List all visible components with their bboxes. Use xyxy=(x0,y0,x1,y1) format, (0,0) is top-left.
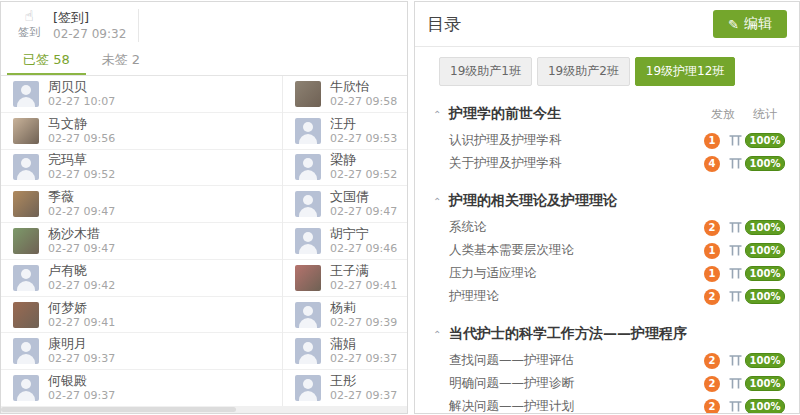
column-header-issue: 发放 xyxy=(701,106,745,123)
attendee-info: 何银殿02-27 09:37 xyxy=(48,373,115,403)
issue-count-badge: 1 xyxy=(704,133,720,149)
completion-badge: 100% xyxy=(745,399,785,414)
horizontal-scrollbar[interactable] xyxy=(1,406,407,413)
lesson-row[interactable]: 人类基本需要层次理论1100% xyxy=(433,239,785,262)
avatar xyxy=(13,338,39,364)
completion-badge: 100% xyxy=(745,266,785,281)
lesson-row[interactable]: 系统论2100% xyxy=(433,216,785,239)
attendee-time: 02-27 09:42 xyxy=(48,279,115,293)
chevron-up-icon[interactable]: ⌃ xyxy=(433,329,449,340)
lesson-row[interactable]: 认识护理及护理学科1100% xyxy=(433,129,785,152)
attendee-info: 王彤02-27 09:37 xyxy=(330,373,397,403)
signin-title-block: [签到] 02-27 09:32 xyxy=(53,9,139,42)
attendee-row[interactable]: 杨莉02-27 09:39 xyxy=(283,297,407,334)
attendee-time: 02-27 09:37 xyxy=(48,352,115,366)
attendee-row[interactable]: 杨沙木措02-27 09:47 xyxy=(1,223,282,260)
class-tab-1[interactable]: 19级助产1班 xyxy=(439,57,532,86)
completion-badge: 100% xyxy=(745,133,785,148)
attendee-row[interactable]: 卢有晓02-27 09:42 xyxy=(1,260,282,297)
completion-value: 100% xyxy=(745,266,786,281)
tab-unsigned[interactable]: 未签 2 xyxy=(86,46,156,75)
attendee-info: 卢有晓02-27 09:42 xyxy=(48,263,115,293)
attendee-list: 周贝贝02-27 10:07马文静02-27 09:56完玛草02-27 09:… xyxy=(1,76,407,406)
scrollbar-thumb[interactable] xyxy=(1,407,236,412)
attendee-column: 牛欣怡02-27 09:58汪丹02-27 09:53梁静02-27 09:52… xyxy=(283,76,407,406)
attendee-row[interactable]: 王彤02-27 09:37 xyxy=(283,370,407,406)
attendee-time: 02-27 09:46 xyxy=(330,242,397,256)
avatar xyxy=(13,191,39,217)
edit-button[interactable]: ✎ 编辑 xyxy=(713,10,787,38)
attendee-info: 胡宁宁02-27 09:46 xyxy=(330,226,397,256)
completion-value: 100% xyxy=(745,220,786,235)
lesson-badges: 2100% xyxy=(701,353,785,369)
attendee-name: 胡宁宁 xyxy=(330,226,397,242)
attendee-row[interactable]: 何梦娇02-27 09:41 xyxy=(1,297,282,334)
issue-group: 1 xyxy=(701,266,745,282)
attendee-info: 何梦娇02-27 09:41 xyxy=(48,300,115,330)
attendee-row[interactable]: 完玛草02-27 09:52 xyxy=(1,150,282,187)
chevron-up-icon[interactable]: ⌃ xyxy=(433,196,449,207)
lesson-row[interactable]: 关于护理及护理学科4100% xyxy=(433,152,785,175)
attendee-row[interactable]: 季薇02-27 09:47 xyxy=(1,186,282,223)
avatar xyxy=(295,81,321,107)
attendee-name: 王彤 xyxy=(330,373,397,389)
attendee-time: 02-27 09:56 xyxy=(48,132,115,146)
attendee-info: 蒲娟02-27 09:37 xyxy=(330,336,397,366)
section-title: 护理的相关理论及护理理论 xyxy=(449,192,617,210)
lesson-badges: 1100% xyxy=(701,243,785,259)
attendee-info: 牛欣怡02-27 09:58 xyxy=(330,79,397,109)
page-title: 目录 xyxy=(427,13,461,36)
lesson-row[interactable]: 护理理论2100% xyxy=(433,285,785,308)
section: ⌃护理学的前世今生发放统计认识护理及护理学科1100%关于护理及护理学科4100… xyxy=(433,105,785,175)
lesson-title: 查找问题——护理评估 xyxy=(449,352,574,369)
attendee-row[interactable]: 胡宁宁02-27 09:46 xyxy=(283,223,407,260)
section: ⌃护理的相关理论及护理理论系统论2100%人类基本需要层次理论1100%压力与适… xyxy=(433,192,785,308)
lesson-badges: 2100% xyxy=(701,399,785,415)
column-header-stats: 统计 xyxy=(745,106,785,123)
hand-pointer-icon: ☝ xyxy=(11,9,47,24)
attendee-row[interactable]: 何银殿02-27 09:37 xyxy=(1,370,282,406)
chevron-up-icon[interactable]: ⌃ xyxy=(433,109,449,120)
lesson-row[interactable]: 查找问题——护理评估2100% xyxy=(433,349,785,372)
completion-value: 100% xyxy=(745,399,786,414)
lesson-row[interactable]: 解决问题——护理计划2100% xyxy=(433,395,785,414)
attendee-time: 02-27 09:47 xyxy=(48,205,115,219)
attendee-row[interactable]: 马文静02-27 09:56 xyxy=(1,113,282,150)
attendee-row[interactable]: 蒲娟02-27 09:37 xyxy=(283,333,407,370)
attendee-name: 完玛草 xyxy=(48,152,115,168)
attendee-row[interactable]: 文国倩02-27 09:47 xyxy=(283,186,407,223)
section-header: ⌃护理学的前世今生发放统计 xyxy=(433,105,785,123)
signin-icon-label: 签到 xyxy=(11,25,47,40)
issue-count-badge: 2 xyxy=(704,220,720,236)
lesson-row[interactable]: 压力与适应理论1100% xyxy=(433,262,785,285)
signin-title: [签到] xyxy=(53,9,126,26)
attendee-time: 02-27 09:47 xyxy=(330,205,397,219)
lesson-list: 查找问题——护理评估2100%明确问题——护理诊断2100%解决问题——护理计划… xyxy=(433,349,785,414)
attendee-row[interactable]: 康明月02-27 09:37 xyxy=(1,333,282,370)
attendee-row[interactable]: 梁静02-27 09:52 xyxy=(283,150,407,187)
lesson-list: 系统论2100%人类基本需要层次理论1100%压力与适应理论1100%护理理论2… xyxy=(433,216,785,308)
avatar xyxy=(295,118,321,144)
tab-signed[interactable]: 已签 58 xyxy=(7,46,86,75)
attendee-time: 02-27 09:37 xyxy=(48,389,115,403)
completion-value: 100% xyxy=(745,156,786,171)
attendee-row[interactable]: 王子满02-27 09:41 xyxy=(283,260,407,297)
class-tab-2[interactable]: 19级助产2班 xyxy=(537,57,630,86)
avatar xyxy=(13,302,39,328)
stats-chart-icon xyxy=(729,222,742,233)
attendee-row[interactable]: 牛欣怡02-27 09:58 xyxy=(283,76,407,113)
attendee-row[interactable]: 汪丹02-27 09:53 xyxy=(283,113,407,150)
lesson-badges: 1100% xyxy=(701,133,785,149)
completion-value: 100% xyxy=(745,133,786,148)
attendee-info: 汪丹02-27 09:53 xyxy=(330,116,397,146)
pencil-icon: ✎ xyxy=(728,17,739,32)
attendee-name: 康明月 xyxy=(48,336,115,352)
attendee-row[interactable]: 周贝贝02-27 10:07 xyxy=(1,76,282,113)
issue-count-badge: 1 xyxy=(704,266,720,282)
lesson-title: 认识护理及护理学科 xyxy=(449,132,562,149)
lesson-row[interactable]: 明确问题——护理诊断2100% xyxy=(433,372,785,395)
section-header: ⌃护理的相关理论及护理理论 xyxy=(433,192,785,210)
class-tab-3[interactable]: 19级护理12班 xyxy=(635,57,736,86)
lesson-list: 认识护理及护理学科1100%关于护理及护理学科4100% xyxy=(433,129,785,175)
attendee-info: 周贝贝02-27 10:07 xyxy=(48,79,115,109)
